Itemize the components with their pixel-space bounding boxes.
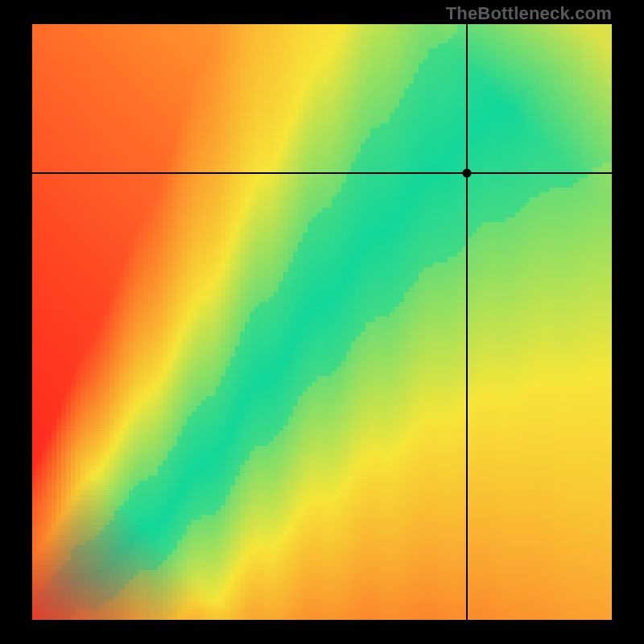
bottleneck-heatmap	[32, 24, 612, 620]
watermark-text: TheBottleneck.com	[446, 3, 612, 24]
chart-frame: TheBottleneck.com	[0, 0, 644, 644]
